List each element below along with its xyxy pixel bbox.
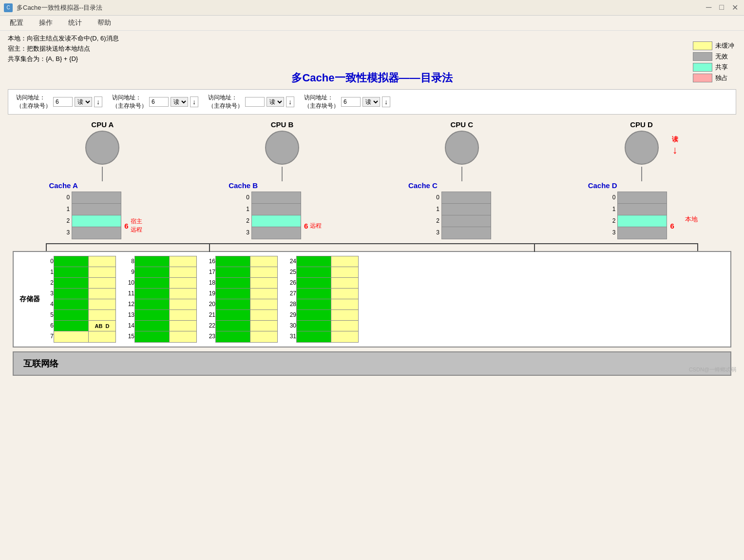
legend-invalid-box [693, 52, 712, 61]
cache-b-block: 0 1 2 3 6 远程 [243, 192, 322, 239]
cpu-b-circle [265, 131, 299, 165]
cache-b-label: Cache B [229, 181, 258, 190]
memory-section-b: 8 9 10 11 12 13 14 15 [124, 256, 197, 343]
cache-c-row2 [442, 215, 491, 227]
access-confirm-a[interactable]: ↓ [94, 97, 102, 107]
memory-label: 存储器 [16, 256, 44, 343]
cache-b-number: 6 [304, 222, 308, 230]
access-input-c[interactable] [245, 97, 265, 107]
cache-b-row3 [252, 227, 301, 239]
watermark: CSDN@一蟑螂忒弱 [689, 366, 736, 373]
access-confirm-b[interactable]: ↓ [190, 97, 198, 107]
legend-exclusive-box [693, 74, 712, 82]
legend-shared-label: 共享 [715, 63, 728, 72]
menu-stats[interactable]: 统计 [66, 18, 84, 28]
cpu-c-label: CPU C [451, 120, 474, 129]
menu-operation[interactable]: 操作 [37, 18, 55, 28]
cache-b-row0 [252, 192, 301, 204]
maximize-button[interactable]: □ [717, 3, 726, 12]
legend-shared: 共享 [693, 63, 734, 72]
down-arrow-icon: ↓ [672, 144, 678, 156]
read-label: 读 [672, 135, 678, 144]
access-group-a: 访问地址：（主存块号） 读写 ↓ [16, 94, 102, 110]
cache-c-block: 0 1 2 3 [433, 192, 491, 239]
cache-a-tag: 宿主远程 [131, 217, 142, 234]
cache-d-row0 [618, 192, 667, 204]
access-confirm-d[interactable]: ↓ [382, 97, 390, 107]
menu-help[interactable]: 帮助 [95, 18, 113, 28]
cpu-unit-b: CPU B Cache B 0 1 2 3 [229, 120, 336, 239]
cpu-d-label: CPU D [630, 120, 653, 129]
status-line3: 共享集合为：{A, B} + {D} [8, 54, 736, 64]
access-group-c: 访问地址：（主存块号） 读写 ↓ [208, 94, 294, 110]
cpu-a-circle [85, 131, 119, 165]
local-label: 本地 [685, 215, 698, 224]
cache-d-number: 6 [670, 222, 674, 230]
cache-a-row0 [72, 192, 121, 204]
access-label-b: 访问地址：（主存块号） [112, 94, 147, 110]
title-controls: ─ □ ✕ [704, 3, 740, 12]
access-group-d: 访问地址：（主存块号） 读写 ↓ [304, 94, 390, 110]
access-label-d: 访问地址：（主存块号） [304, 94, 339, 110]
title-bar: C 多Cache一致性模拟器--目录法 ─ □ ✕ [0, 0, 744, 16]
interconnect-label: 互联网络 [23, 358, 58, 369]
cache-a-number: 6 [124, 222, 128, 230]
cpu-c-circle [445, 131, 479, 165]
cache-a-block: 0 1 2 3 6 宿主远程 [63, 192, 142, 239]
status-line1: 本地：向宿主结点发读不命中(D, 6)消息 [8, 34, 736, 44]
legend: 未缓冲 无效 共享 独占 [693, 41, 734, 82]
cache-a-row1 [72, 204, 121, 215]
legend-uncached-box [693, 41, 712, 50]
status-area: 本地：向宿主结点发读不命中(D, 6)消息 宿主：把数据块送给本地结点 共享集合… [0, 31, 744, 67]
access-input-d[interactable] [341, 97, 361, 107]
memory-section-c: 16 17 18 19 20 21 22 23 [205, 256, 278, 343]
cache-d-row3 [618, 227, 667, 239]
cpu-unit-d: CPU D 读 ↓ Cache D 0 1 2 3 [588, 120, 695, 239]
cpu-a-label: CPU A [91, 120, 114, 129]
cache-d-block: 0 1 2 3 6 本地 [609, 192, 674, 239]
cache-c-row3 [442, 227, 491, 239]
interconnect: 互联网络 [13, 351, 731, 376]
legend-invalid-label: 无效 [715, 52, 728, 61]
app-icon: C [4, 3, 13, 12]
cpu-unit-c: CPU C Cache C 0 1 2 3 [408, 120, 515, 239]
access-label-c: 访问地址：（主存块号） [208, 94, 243, 110]
access-mode-c[interactable]: 读写 [267, 97, 284, 107]
cpu-b-label: CPU B [271, 120, 294, 129]
status-line2: 宿主：把数据块送给本地结点 [8, 44, 736, 54]
legend-uncached-label: 未缓冲 [715, 41, 734, 50]
access-confirm-c[interactable]: ↓ [286, 97, 294, 107]
cache-a-row2 [72, 215, 121, 227]
menu-config[interactable]: 配置 [8, 18, 25, 28]
access-mode-b[interactable]: 读写 [171, 97, 188, 107]
access-mode-d[interactable]: 读写 [362, 97, 380, 107]
cpu-d-circle [625, 131, 659, 165]
legend-shared-box [693, 63, 712, 72]
cache-c-row0 [442, 192, 491, 204]
cache-d-row2 [618, 215, 667, 227]
cpu-unit-a: CPU A Cache A 0 1 2 3 [49, 120, 156, 239]
cache-c-row1 [442, 204, 491, 215]
legend-uncached: 未缓冲 [693, 41, 734, 50]
page-title: 多Cache一致性模拟器——目录法 [8, 71, 736, 85]
minimize-button[interactable]: ─ [704, 3, 713, 12]
cache-b-tag: 远程 [310, 222, 322, 230]
window-title: 多Cache一致性模拟器--目录法 [17, 3, 704, 12]
cache-a-row3 [72, 227, 121, 239]
memory-section-d: 24 25 26 27 28 29 30 31 [286, 256, 359, 343]
main-content: 未缓冲 无效 共享 独占 多Cache一致性模拟器——目录法 访问地址：（主存块… [0, 71, 744, 376]
access-mode-a[interactable]: 读写 [75, 97, 92, 107]
menu-bar: 配置 操作 统计 帮助 [0, 16, 744, 31]
memory-section-a: 0 1 2 3 4 5 6 7 [44, 256, 116, 343]
access-group-b: 访问地址：（主存块号） 读写 ↓ [112, 94, 198, 110]
access-input-b[interactable] [149, 97, 169, 107]
cache-d-row1 [618, 204, 667, 215]
cache-b-row1 [252, 204, 301, 215]
access-input-a[interactable] [53, 97, 73, 107]
close-button[interactable]: ✕ [730, 3, 740, 12]
cache-c-label: Cache C [408, 181, 438, 190]
cache-a-label: Cache A [49, 181, 77, 190]
cache-b-row2 [252, 215, 301, 227]
access-label-a: 访问地址：（主存块号） [16, 94, 51, 110]
mem-a-cell6: AB D [89, 321, 115, 331]
